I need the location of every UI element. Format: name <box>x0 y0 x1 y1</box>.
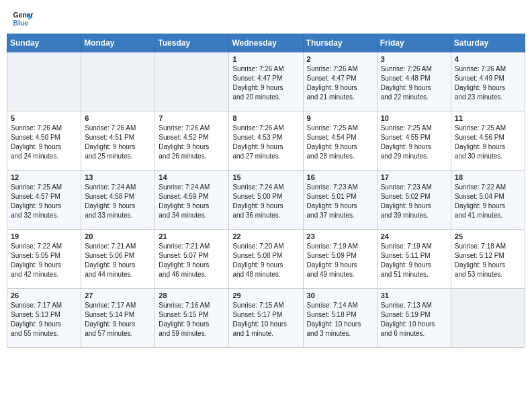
calendar-body: 1Sunrise: 7:26 AM Sunset: 4:47 PM Daylig… <box>7 52 525 348</box>
calendar-cell: 28Sunrise: 7:16 AM Sunset: 5:15 PM Dayli… <box>155 289 229 348</box>
day-info: Sunrise: 7:26 AM Sunset: 4:53 PM Dayligh… <box>232 124 299 161</box>
day-number: 2 <box>307 55 373 63</box>
day-info: Sunrise: 7:15 AM Sunset: 5:17 PM Dayligh… <box>232 301 299 338</box>
day-info: Sunrise: 7:25 AM Sunset: 4:54 PM Dayligh… <box>307 124 373 161</box>
day-info: Sunrise: 7:26 AM Sunset: 4:51 PM Dayligh… <box>85 124 151 161</box>
day-info: Sunrise: 7:23 AM Sunset: 5:01 PM Dayligh… <box>307 183 373 220</box>
day-number: 1 <box>232 55 299 63</box>
day-number: 22 <box>232 232 299 240</box>
day-number: 31 <box>381 291 447 300</box>
calendar-cell: 20Sunrise: 7:21 AM Sunset: 5:06 PM Dayli… <box>81 230 155 289</box>
weekday-monday: Monday <box>81 34 155 52</box>
day-info: Sunrise: 7:17 AM Sunset: 5:14 PM Dayligh… <box>85 301 151 338</box>
calendar-cell: 19Sunrise: 7:22 AM Sunset: 5:05 PM Dayli… <box>7 230 81 289</box>
day-number: 17 <box>381 173 447 181</box>
day-info: Sunrise: 7:19 AM Sunset: 5:09 PM Dayligh… <box>307 242 373 279</box>
calendar-cell: 26Sunrise: 7:17 AM Sunset: 5:13 PM Dayli… <box>7 289 81 348</box>
day-info: Sunrise: 7:25 AM Sunset: 4:57 PM Dayligh… <box>11 183 77 220</box>
calendar-cell: 12Sunrise: 7:25 AM Sunset: 4:57 PM Dayli… <box>7 171 81 230</box>
day-info: Sunrise: 7:26 AM Sunset: 4:49 PM Dayligh… <box>455 64 521 102</box>
day-number: 23 <box>307 232 373 240</box>
calendar-cell: 18Sunrise: 7:22 AM Sunset: 5:04 PM Dayli… <box>451 171 525 230</box>
day-info: Sunrise: 7:24 AM Sunset: 4:58 PM Dayligh… <box>85 183 151 220</box>
calendar-cell: 6Sunrise: 7:26 AM Sunset: 4:51 PM Daylig… <box>81 111 155 171</box>
calendar-cell <box>7 52 81 111</box>
calendar-cell: 27Sunrise: 7:17 AM Sunset: 5:14 PM Dayli… <box>81 289 155 348</box>
logo-icon: General Blue <box>12 8 34 30</box>
day-info: Sunrise: 7:22 AM Sunset: 5:05 PM Dayligh… <box>11 242 77 279</box>
calendar-cell: 13Sunrise: 7:24 AM Sunset: 4:58 PM Dayli… <box>81 171 155 230</box>
day-number: 10 <box>381 114 447 122</box>
day-info: Sunrise: 7:19 AM Sunset: 5:11 PM Dayligh… <box>381 242 447 279</box>
day-number: 21 <box>159 232 225 240</box>
day-number: 24 <box>381 232 447 240</box>
calendar-cell: 31Sunrise: 7:13 AM Sunset: 5:19 PM Dayli… <box>377 289 451 348</box>
calendar-cell: 5Sunrise: 7:26 AM Sunset: 4:50 PM Daylig… <box>7 111 81 171</box>
calendar-cell: 29Sunrise: 7:15 AM Sunset: 5:17 PM Dayli… <box>229 289 303 348</box>
calendar-cell: 25Sunrise: 7:18 AM Sunset: 5:12 PM Dayli… <box>451 230 525 289</box>
day-info: Sunrise: 7:21 AM Sunset: 5:07 PM Dayligh… <box>159 242 225 279</box>
calendar-cell: 30Sunrise: 7:14 AM Sunset: 5:18 PM Dayli… <box>303 289 377 348</box>
calendar-cell: 2Sunrise: 7:26 AM Sunset: 4:47 PM Daylig… <box>303 52 377 111</box>
day-info: Sunrise: 7:25 AM Sunset: 4:55 PM Dayligh… <box>381 124 447 161</box>
day-info: Sunrise: 7:18 AM Sunset: 5:12 PM Dayligh… <box>455 242 521 279</box>
day-number: 14 <box>159 173 225 181</box>
calendar-cell: 17Sunrise: 7:23 AM Sunset: 5:02 PM Dayli… <box>377 171 451 230</box>
weekday-saturday: Saturday <box>451 34 525 52</box>
day-info: Sunrise: 7:20 AM Sunset: 5:08 PM Dayligh… <box>232 242 299 279</box>
day-info: Sunrise: 7:17 AM Sunset: 5:13 PM Dayligh… <box>11 301 77 338</box>
day-info: Sunrise: 7:14 AM Sunset: 5:18 PM Dayligh… <box>307 301 373 338</box>
calendar-cell <box>81 52 155 111</box>
calendar-table: SundayMondayTuesdayWednesdayThursdayFrid… <box>7 34 525 348</box>
week-row-1: 5Sunrise: 7:26 AM Sunset: 4:50 PM Daylig… <box>7 111 525 171</box>
day-number: 30 <box>307 291 373 300</box>
weekday-sunday: Sunday <box>7 34 81 52</box>
day-number: 7 <box>159 114 225 122</box>
calendar-cell: 3Sunrise: 7:26 AM Sunset: 4:48 PM Daylig… <box>377 52 451 111</box>
day-info: Sunrise: 7:24 AM Sunset: 5:00 PM Dayligh… <box>232 183 299 220</box>
day-number: 26 <box>11 291 77 300</box>
day-info: Sunrise: 7:21 AM Sunset: 5:06 PM Dayligh… <box>85 242 151 279</box>
weekday-header-row: SundayMondayTuesdayWednesdayThursdayFrid… <box>7 34 525 52</box>
day-info: Sunrise: 7:26 AM Sunset: 4:50 PM Dayligh… <box>11 124 77 161</box>
day-number: 5 <box>11 114 77 122</box>
day-info: Sunrise: 7:24 AM Sunset: 4:59 PM Dayligh… <box>159 183 225 220</box>
day-number: 29 <box>232 291 299 300</box>
week-row-2: 12Sunrise: 7:25 AM Sunset: 4:57 PM Dayli… <box>7 171 525 230</box>
day-number: 12 <box>11 173 77 181</box>
day-number: 11 <box>455 114 521 122</box>
calendar: SundayMondayTuesdayWednesdayThursdayFrid… <box>0 34 532 355</box>
calendar-cell: 21Sunrise: 7:21 AM Sunset: 5:07 PM Dayli… <box>155 230 229 289</box>
calendar-cell: 4Sunrise: 7:26 AM Sunset: 4:49 PM Daylig… <box>451 52 525 111</box>
day-number: 4 <box>455 55 521 63</box>
day-info: Sunrise: 7:22 AM Sunset: 5:04 PM Dayligh… <box>455 183 521 220</box>
day-info: Sunrise: 7:16 AM Sunset: 5:15 PM Dayligh… <box>159 301 225 338</box>
day-number: 13 <box>85 173 151 181</box>
calendar-cell <box>155 52 229 111</box>
day-number: 20 <box>85 232 151 240</box>
calendar-cell: 16Sunrise: 7:23 AM Sunset: 5:01 PM Dayli… <box>303 171 377 230</box>
day-number: 8 <box>232 114 299 122</box>
calendar-cell: 11Sunrise: 7:25 AM Sunset: 4:56 PM Dayli… <box>451 111 525 171</box>
week-row-4: 26Sunrise: 7:17 AM Sunset: 5:13 PM Dayli… <box>7 289 525 348</box>
weekday-tuesday: Tuesday <box>155 34 229 52</box>
calendar-cell <box>451 289 525 348</box>
calendar-cell: 15Sunrise: 7:24 AM Sunset: 5:00 PM Dayli… <box>229 171 303 230</box>
week-row-3: 19Sunrise: 7:22 AM Sunset: 5:05 PM Dayli… <box>7 230 525 289</box>
day-number: 3 <box>381 55 447 63</box>
calendar-cell: 14Sunrise: 7:24 AM Sunset: 4:59 PM Dayli… <box>155 171 229 230</box>
calendar-cell: 23Sunrise: 7:19 AM Sunset: 5:09 PM Dayli… <box>303 230 377 289</box>
day-number: 28 <box>159 291 225 300</box>
day-info: Sunrise: 7:26 AM Sunset: 4:47 PM Dayligh… <box>232 64 299 102</box>
day-number: 6 <box>85 114 151 122</box>
calendar-cell: 7Sunrise: 7:26 AM Sunset: 4:52 PM Daylig… <box>155 111 229 171</box>
calendar-cell: 22Sunrise: 7:20 AM Sunset: 5:08 PM Dayli… <box>229 230 303 289</box>
weekday-friday: Friday <box>377 34 451 52</box>
day-number: 25 <box>455 232 521 240</box>
day-info: Sunrise: 7:13 AM Sunset: 5:19 PM Dayligh… <box>381 301 447 338</box>
day-number: 16 <box>307 173 373 181</box>
calendar-cell: 9Sunrise: 7:25 AM Sunset: 4:54 PM Daylig… <box>303 111 377 171</box>
day-number: 9 <box>307 114 373 122</box>
calendar-cell: 1Sunrise: 7:26 AM Sunset: 4:47 PM Daylig… <box>229 52 303 111</box>
page-header: General Blue <box>0 0 532 34</box>
